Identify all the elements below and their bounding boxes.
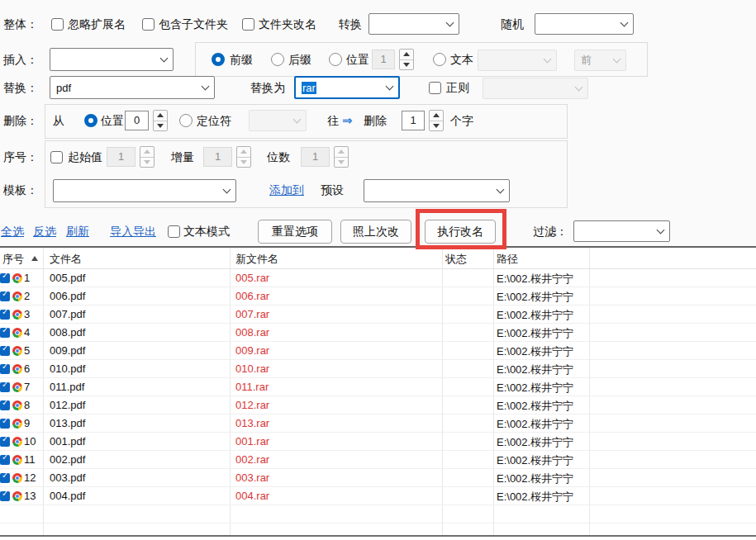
- template-select[interactable]: [53, 179, 236, 202]
- insert-front-back-select[interactable]: 前: [574, 50, 626, 71]
- table-row[interactable]: 8 012.pdf 012.rar E:\002.桜井宁宁: [0, 396, 756, 414]
- text-mode-checkbox[interactable]: [168, 225, 180, 238]
- spin-down-button[interactable]: [140, 158, 154, 168]
- new-filename-cell: 012.rar: [235, 399, 269, 411]
- spin-down-button[interactable]: [400, 60, 413, 70]
- row-number-cell: 7: [24, 381, 30, 393]
- spin-up-button[interactable]: [154, 111, 167, 121]
- table-row[interactable]: 9 013.pdf 013.rar E:\002.桜井宁宁: [0, 414, 756, 433]
- preset-select[interactable]: [364, 179, 510, 202]
- row-checkbox-checked[interactable]: [0, 400, 10, 410]
- table-row[interactable]: 12 003.pdf 003.rar E:\002.桜井宁宁: [0, 469, 756, 487]
- table-row[interactable]: 4 008.pdf 008.rar E:\002.桜井宁宁: [0, 324, 756, 342]
- header-num[interactable]: 序号: [2, 252, 24, 267]
- spin-up-button[interactable]: [400, 50, 413, 60]
- spin-down-button[interactable]: [237, 158, 250, 168]
- convert-select[interactable]: [368, 13, 459, 35]
- new-filename-cell: 013.rar: [235, 417, 269, 429]
- row-checkbox-checked[interactable]: [0, 346, 10, 356]
- spin-down-button[interactable]: [430, 121, 443, 131]
- prefix-radio[interactable]: [212, 53, 225, 66]
- insert-position-value[interactable]: 1: [372, 50, 395, 69]
- replace-with-select[interactable]: rar: [294, 76, 400, 99]
- serial-increment-value[interactable]: 1: [203, 147, 232, 167]
- row-number-cell: 9: [24, 417, 30, 429]
- refresh-link[interactable]: 刷新: [66, 225, 89, 239]
- table-row[interactable]: 6 010.pdf 010.rar E:\002.桜井宁宁: [0, 360, 756, 378]
- table-row[interactable]: 13 004.pdf 004.rar E:\002.桜井宁宁: [0, 487, 756, 505]
- serial-start-checkbox[interactable]: [50, 151, 63, 163]
- select-all-link[interactable]: 全选: [1, 225, 24, 239]
- header-status[interactable]: 状态: [445, 252, 467, 267]
- spin-down-button[interactable]: [154, 121, 167, 131]
- insert-position-spinner[interactable]: [399, 49, 414, 70]
- delete-count-spinner[interactable]: [429, 110, 444, 131]
- insert-text-preset-select[interactable]: [478, 50, 557, 71]
- direction-arrow-icon[interactable]: ⇒: [342, 113, 353, 128]
- insert-position-radio[interactable]: [329, 53, 342, 66]
- row-checkbox-checked[interactable]: [0, 473, 10, 483]
- spin-up-button[interactable]: [335, 147, 348, 158]
- delete-position-value[interactable]: 0: [125, 111, 149, 130]
- row-checkbox-checked[interactable]: [0, 328, 10, 338]
- regex-checkbox[interactable]: [429, 82, 441, 94]
- table-row[interactable]: 2 006.pdf 006.rar E:\002.桜井宁宁: [0, 287, 756, 306]
- regex-preset-select[interactable]: [483, 78, 588, 99]
- row-number-cell: 1: [24, 272, 30, 284]
- row-checkbox-checked[interactable]: [0, 491, 10, 501]
- replace-find-select[interactable]: pdf: [50, 76, 215, 99]
- row-checkbox-checked[interactable]: [0, 382, 10, 392]
- header-old-name[interactable]: 文件名: [50, 252, 82, 267]
- row-checkbox-checked[interactable]: [0, 291, 10, 301]
- table-row[interactable]: 10 001.pdf 001.rar E:\002.桜井宁宁: [0, 433, 756, 451]
- serial-start-value[interactable]: 1: [107, 147, 136, 167]
- filter-select[interactable]: [573, 220, 670, 242]
- add-to-link[interactable]: 添加到: [269, 183, 304, 198]
- delete-position-radio[interactable]: [84, 114, 97, 127]
- serial-digits-value[interactable]: 1: [301, 147, 330, 167]
- row-checkbox-checked[interactable]: [0, 419, 10, 429]
- locator-select[interactable]: [249, 110, 307, 131]
- include-subfolders-checkbox[interactable]: [142, 18, 155, 31]
- chrome-file-icon: [12, 346, 22, 356]
- delete-position-spinner[interactable]: [153, 110, 168, 131]
- table-row[interactable]: 11 002.pdf 002.rar E:\002.桜井宁宁: [0, 451, 756, 469]
- serial-start-spinner[interactable]: [140, 146, 155, 168]
- rename-folders-checkbox[interactable]: [242, 18, 254, 31]
- serial-digits-spinner[interactable]: [334, 146, 349, 168]
- header-path[interactable]: 路径: [497, 252, 518, 267]
- row-checkbox-checked[interactable]: [0, 310, 10, 320]
- delete-count-value[interactable]: 1: [402, 111, 425, 130]
- redo-last-button[interactable]: 照上次改: [340, 220, 411, 244]
- row-checkbox-checked[interactable]: [0, 437, 10, 447]
- spin-up-button[interactable]: [237, 147, 250, 158]
- serial-increment-spinner[interactable]: [236, 146, 251, 168]
- table-row[interactable]: 1 005.pdf 005.rar E:\002.桜井宁宁: [0, 269, 756, 287]
- spin-down-button[interactable]: [335, 158, 348, 168]
- random-label: 随机: [501, 17, 524, 32]
- new-filename-cell: 010.rar: [235, 362, 269, 375]
- table-row[interactable]: 3 007.pdf 007.rar E:\002.桜井宁宁: [0, 306, 756, 324]
- locator-radio[interactable]: [179, 114, 193, 127]
- old-filename-cell: 005.pdf: [50, 272, 85, 284]
- chevron-down-icon: [575, 83, 583, 91]
- row-checkbox-checked[interactable]: [0, 273, 10, 283]
- table-row[interactable]: 5 009.pdf 009.rar E:\002.桜井宁宁: [0, 342, 756, 360]
- insert-text-radio[interactable]: [433, 53, 446, 66]
- ignore-extension-checkbox[interactable]: [51, 18, 64, 31]
- path-cell: E:\002.桜井宁宁: [497, 417, 588, 432]
- import-export-link[interactable]: 导入导出: [110, 225, 156, 239]
- spin-up-button[interactable]: [430, 111, 443, 121]
- delete-from-label: 从: [53, 114, 64, 129]
- insert-text-select[interactable]: [50, 48, 174, 71]
- header-new-name[interactable]: 新文件名: [235, 252, 278, 267]
- reset-options-button[interactable]: 重置选项: [258, 220, 332, 244]
- row-checkbox-checked[interactable]: [0, 364, 10, 374]
- row-checkbox-checked[interactable]: [0, 455, 10, 465]
- suffix-radio[interactable]: [271, 53, 284, 66]
- invert-selection-link[interactable]: 反选: [33, 225, 56, 239]
- serial-start-label: 起始值: [68, 150, 102, 165]
- table-row[interactable]: 7 011.pdf 011.rar E:\002.桜井宁宁: [0, 378, 756, 396]
- random-select[interactable]: [535, 13, 634, 35]
- spin-up-button[interactable]: [140, 147, 154, 158]
